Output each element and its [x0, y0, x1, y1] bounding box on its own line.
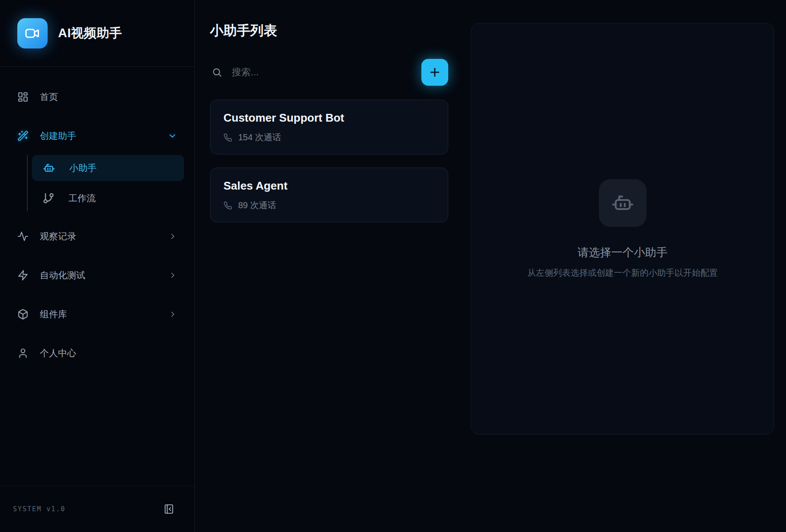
- assistant-card[interactable]: Sales Agent 89 次通话: [210, 168, 448, 222]
- plus-icon: [428, 66, 441, 79]
- bot-icon: [42, 161, 55, 174]
- assistant-call-count: 154 次通话: [238, 132, 281, 143]
- sidebar-item-automation-test[interactable]: 自动化测试: [10, 263, 184, 287]
- activity-icon: [17, 231, 29, 242]
- panel-left-close-icon: [163, 503, 175, 515]
- sidebar-item-home[interactable]: 首页: [10, 85, 184, 109]
- workflow-icon: [42, 192, 55, 204]
- search-box: [210, 67, 421, 78]
- sidebar-item-label: 观察记录: [40, 230, 76, 242]
- empty-state-title: 请选择一个小助手: [578, 245, 668, 260]
- dashboard-icon: [17, 91, 29, 103]
- video-camera-icon: [25, 26, 40, 41]
- assistant-cards: Customer Support Bot 154 次通话 Sales Agent…: [210, 100, 448, 222]
- detail-panel: 请选择一个小助手 从左侧列表选择或创建一个新的小助手以开始配置: [471, 23, 774, 435]
- assistant-meta: 154 次通话: [223, 132, 435, 143]
- phone-icon: [223, 133, 232, 142]
- assistant-call-count: 89 次通话: [238, 200, 276, 211]
- app-logo: [17, 18, 48, 48]
- sidebar-item-label: 个人中心: [40, 347, 76, 359]
- system-version: SYSTEM v1.0: [13, 505, 65, 513]
- sidebar-item-label: 小助手: [69, 162, 97, 174]
- app-header: AI视频助手: [0, 0, 194, 67]
- chevron-down-icon: [168, 131, 177, 141]
- zap-icon: [17, 270, 29, 281]
- sidebar-nav: 首页 创建助手 小助手 工作流: [0, 67, 194, 486]
- sidebar-item-label: 创建助手: [40, 130, 76, 142]
- sidebar-item-workflow[interactable]: 工作流: [32, 185, 184, 211]
- empty-state-subtitle: 从左侧列表选择或创建一个新的小助手以开始配置: [527, 267, 718, 279]
- sidebar-footer: SYSTEM v1.0: [0, 486, 194, 532]
- sidebar-item-create-assistant[interactable]: 创建助手: [10, 124, 184, 148]
- assistant-meta: 89 次通话: [223, 200, 435, 211]
- page-title: 小助手列表: [210, 22, 448, 40]
- collapse-sidebar-button[interactable]: [163, 503, 175, 515]
- chevron-right-icon: [168, 232, 177, 241]
- sidebar-item-component-library[interactable]: 组件库: [10, 302, 184, 326]
- empty-state: 请选择一个小助手 从左侧列表选择或创建一个新的小助手以开始配置: [527, 179, 718, 279]
- sidebar-item-profile[interactable]: 个人中心: [10, 341, 184, 365]
- search-row: [210, 59, 448, 86]
- empty-state-icon-box: [599, 179, 647, 227]
- assistant-card[interactable]: Customer Support Bot 154 次通话: [210, 100, 448, 155]
- sidebar-item-observe-records[interactable]: 观察记录: [10, 224, 184, 248]
- wand-sparkles-icon: [17, 130, 29, 142]
- search-input[interactable]: [232, 67, 421, 78]
- sidebar-subnav: 小助手 工作流: [27, 155, 184, 211]
- user-icon: [17, 348, 29, 359]
- sidebar-item-assistants[interactable]: 小助手: [32, 155, 184, 181]
- sidebar-item-label: 自动化测试: [40, 269, 85, 281]
- add-assistant-button[interactable]: [421, 59, 448, 86]
- sidebar: AI视频助手 首页 创建助手 小助手: [0, 0, 195, 532]
- sidebar-item-label: 首页: [40, 91, 58, 103]
- assistant-name: Sales Agent: [223, 179, 435, 193]
- main-content: 小助手列表 Customer Support Bot: [195, 0, 786, 532]
- bot-icon: [611, 191, 635, 215]
- sidebar-item-label: 工作流: [68, 192, 96, 204]
- chevron-right-icon: [168, 310, 177, 319]
- phone-icon: [223, 201, 232, 210]
- box-icon: [17, 309, 29, 320]
- sidebar-item-label: 组件库: [40, 308, 67, 320]
- assistant-name: Customer Support Bot: [223, 111, 435, 125]
- app-title: AI视频助手: [58, 25, 122, 42]
- search-icon: [212, 67, 222, 77]
- assistant-list-panel: 小助手列表 Customer Support Bot: [210, 0, 448, 532]
- chevron-right-icon: [168, 271, 177, 280]
